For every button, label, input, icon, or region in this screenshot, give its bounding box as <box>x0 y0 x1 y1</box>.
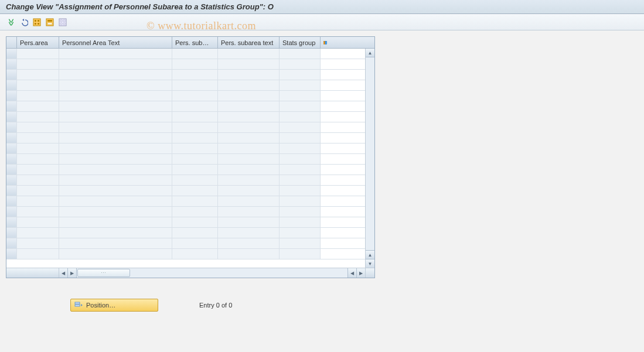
cell-personnel-area-text[interactable] <box>59 70 172 80</box>
cell-pers-suba[interactable] <box>172 186 218 196</box>
vertical-scrollbar[interactable]: ▲ ▲ ▼ <box>365 49 374 268</box>
scroll-down2-icon[interactable]: ▼ <box>366 259 374 268</box>
row-selector[interactable] <box>6 143 17 153</box>
cell-pers-suba[interactable] <box>172 196 218 206</box>
row-selector[interactable] <box>6 101 17 111</box>
cell-stats-group[interactable] <box>280 112 321 122</box>
cell-pers-area[interactable] <box>17 207 59 217</box>
cell-stats-group[interactable] <box>280 49 321 59</box>
cell-stats-group[interactable] <box>280 207 321 217</box>
cell-personnel-area-text[interactable] <box>59 249 172 259</box>
column-header-pers-subarea-text[interactable]: Pers. subarea text <box>218 37 280 48</box>
scroll-up-icon[interactable]: ▲ <box>366 49 374 57</box>
cell-stats-group[interactable] <box>280 133 321 143</box>
row-selector[interactable] <box>6 122 17 132</box>
cell-pers-suba[interactable] <box>172 249 218 259</box>
cell-personnel-area-text[interactable] <box>59 91 172 101</box>
column-header-pers-suba[interactable]: Pers. sub… <box>172 37 218 48</box>
undo-icon[interactable] <box>19 17 29 28</box>
horizontal-scrollbar[interactable]: ◀ ▶ ⋯ ◀ ▶ <box>6 268 374 278</box>
row-selector[interactable] <box>6 249 17 259</box>
cell-stats-group[interactable] <box>280 122 321 132</box>
cell-stats-group[interactable] <box>280 175 321 185</box>
cell-stats-group[interactable] <box>280 217 321 227</box>
cell-pers-suba[interactable] <box>172 112 218 122</box>
cell-personnel-area-text[interactable] <box>59 112 172 122</box>
cell-personnel-area-text[interactable] <box>59 59 172 69</box>
cell-stats-group[interactable] <box>280 80 321 90</box>
cell-stats-group[interactable] <box>280 186 321 196</box>
cell-stats-group[interactable] <box>280 165 321 175</box>
cell-pers-suba[interactable] <box>172 101 218 111</box>
cell-pers-suba[interactable] <box>172 143 218 153</box>
cell-pers-area[interactable] <box>17 122 59 132</box>
cell-pers-subarea-text[interactable] <box>218 101 280 111</box>
scroll-right-icon[interactable]: ▶ <box>356 268 365 278</box>
cell-pers-area[interactable] <box>17 91 59 101</box>
cell-personnel-area-text[interactable] <box>59 165 172 175</box>
cell-stats-group[interactable] <box>280 91 321 101</box>
cell-pers-area[interactable] <box>17 238 59 248</box>
cell-pers-suba[interactable] <box>172 70 218 80</box>
cell-pers-area[interactable] <box>17 59 59 69</box>
position-button[interactable]: Position… <box>70 299 158 312</box>
row-selector[interactable] <box>6 80 17 90</box>
cell-personnel-area-text[interactable] <box>59 133 172 143</box>
cell-pers-suba[interactable] <box>172 238 218 248</box>
cell-pers-subarea-text[interactable] <box>218 112 280 122</box>
row-selector[interactable] <box>6 217 17 227</box>
row-selector[interactable] <box>6 91 17 101</box>
cell-pers-area[interactable] <box>17 101 59 111</box>
column-header-pers-area[interactable]: Pers.area <box>17 37 59 48</box>
cell-personnel-area-text[interactable] <box>59 196 172 206</box>
cell-pers-area[interactable] <box>17 49 59 59</box>
cell-personnel-area-text[interactable] <box>59 228 172 238</box>
cell-pers-subarea-text[interactable] <box>218 175 280 185</box>
edit-tool-icon[interactable] <box>6 17 16 28</box>
cell-pers-subarea-text[interactable] <box>218 80 280 90</box>
deselect-all-icon[interactable] <box>57 17 68 28</box>
cell-pers-subarea-text[interactable] <box>218 196 280 206</box>
cell-pers-suba[interactable] <box>172 49 218 59</box>
row-selector[interactable] <box>6 175 17 185</box>
cell-pers-subarea-text[interactable] <box>218 249 280 259</box>
column-header-personnel-area-text[interactable]: Personnel Area Text <box>59 37 172 48</box>
row-selector[interactable] <box>6 112 17 122</box>
row-selector[interactable] <box>6 49 17 59</box>
cell-pers-subarea-text[interactable] <box>218 49 280 59</box>
cell-personnel-area-text[interactable] <box>59 143 172 153</box>
cell-pers-suba[interactable] <box>172 175 218 185</box>
cell-pers-area[interactable] <box>17 154 59 164</box>
cell-pers-suba[interactable] <box>172 133 218 143</box>
cell-pers-subarea-text[interactable] <box>218 186 280 196</box>
cell-personnel-area-text[interactable] <box>59 101 172 111</box>
cell-stats-group[interactable] <box>280 249 321 259</box>
column-header-stats-group[interactable]: Stats group <box>280 37 321 48</box>
cell-pers-area[interactable] <box>17 165 59 175</box>
cell-pers-area[interactable] <box>17 112 59 122</box>
cell-pers-area[interactable] <box>17 249 59 259</box>
cell-pers-subarea-text[interactable] <box>218 207 280 217</box>
cell-pers-area[interactable] <box>17 196 59 206</box>
hscroll-thumb[interactable]: ⋯ <box>77 269 130 277</box>
row-selector[interactable] <box>6 207 17 217</box>
cell-personnel-area-text[interactable] <box>59 122 172 132</box>
cell-pers-area[interactable] <box>17 186 59 196</box>
row-selector[interactable] <box>6 165 17 175</box>
cell-pers-suba[interactable] <box>172 59 218 69</box>
cell-pers-subarea-text[interactable] <box>218 133 280 143</box>
row-selector[interactable] <box>6 70 17 80</box>
cell-personnel-area-text[interactable] <box>59 238 172 248</box>
scroll-right-inner-icon[interactable]: ▶ <box>68 268 77 278</box>
row-selector[interactable] <box>6 186 17 196</box>
cell-pers-suba[interactable] <box>172 91 218 101</box>
cell-pers-suba[interactable] <box>172 228 218 238</box>
cell-personnel-area-text[interactable] <box>59 154 172 164</box>
cell-pers-suba[interactable] <box>172 154 218 164</box>
cell-pers-subarea-text[interactable] <box>218 228 280 238</box>
select-all-icon[interactable] <box>32 17 42 28</box>
cell-stats-group[interactable] <box>280 101 321 111</box>
row-selector[interactable] <box>6 228 17 238</box>
scroll-left-icon[interactable]: ◀ <box>59 268 68 278</box>
cell-pers-area[interactable] <box>17 133 59 143</box>
